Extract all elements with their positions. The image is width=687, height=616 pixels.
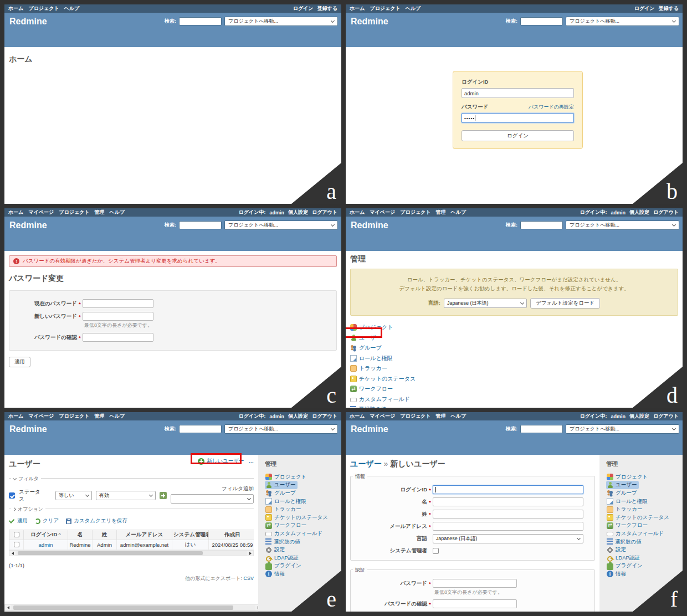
more-actions-button[interactable]: …	[249, 458, 254, 464]
save-query-link[interactable]: カスタムクエリを保存	[66, 517, 127, 525]
nav-admin[interactable]: 管理	[436, 413, 446, 420]
scrollbar-thumb[interactable]	[18, 551, 203, 555]
sidebar-item-ldap[interactable]: LDAP認証	[606, 554, 683, 562]
sidebar-item-issue-statuses[interactable]: チケットのステータス	[265, 514, 341, 522]
nav-help[interactable]: ヘルプ	[451, 209, 466, 216]
nav-home[interactable]: ホーム	[8, 413, 23, 420]
language-select[interactable]: Japanese (日本語)	[433, 534, 583, 543]
nav-logout[interactable]: ログアウト	[653, 209, 679, 216]
admin-link-label[interactable]: チケットのステータス	[359, 375, 416, 383]
apply-button[interactable]: 適用	[9, 357, 30, 367]
sidebar-item-issue-statuses[interactable]: チケットのステータス	[606, 514, 683, 522]
col-mail[interactable]: メールアドレス	[117, 530, 172, 540]
col-lastname[interactable]: 姓	[93, 530, 117, 540]
nav-admin[interactable]: 管理	[95, 209, 105, 216]
nav-my-page[interactable]: マイページ	[28, 413, 54, 420]
nav-logout[interactable]: ログアウト	[653, 413, 679, 420]
nav-my-page[interactable]: マイページ	[28, 209, 54, 216]
project-jump-select[interactable]: プロジェクトへ移動...	[566, 424, 679, 434]
admin-link-issue-statuses[interactable]: チケットのステータス	[350, 374, 678, 384]
nav-help[interactable]: ヘルプ	[110, 413, 125, 420]
page-horizontal-scrollbar[interactable]	[4, 604, 262, 611]
admin-link-label[interactable]: グループ	[359, 344, 382, 352]
nav-projects[interactable]: プロジェクト	[400, 209, 430, 216]
nav-my-account[interactable]: 個人設定	[288, 209, 308, 216]
sidebar-item-custom-fields[interactable]: カスタムフィールド	[265, 530, 341, 538]
user-login-link[interactable]: admin	[39, 542, 53, 548]
select-all-checkbox[interactable]	[14, 532, 19, 537]
current-user-link[interactable]: admin	[611, 210, 626, 215]
admin-link-label[interactable]: 選択肢の値	[358, 405, 386, 408]
search-input[interactable]	[520, 425, 563, 433]
login-button[interactable]: ログイン	[462, 130, 574, 141]
current-user-link[interactable]: admin	[269, 414, 284, 419]
scroll-left-arrow[interactable]	[9, 551, 16, 556]
sidebar-item-projects[interactable]: プロジェクト	[265, 473, 341, 481]
sidebar-item-plugins[interactable]: プラグイン	[265, 562, 341, 571]
sidebar-item-workflow[interactable]: ワークフロー	[265, 522, 341, 530]
nav-help[interactable]: ヘルプ	[406, 5, 421, 12]
nav-login[interactable]: ログイン	[634, 5, 655, 12]
sidebar-item-groups[interactable]: グループ	[606, 489, 683, 497]
admin-link-label[interactable]: トラッカー	[359, 365, 387, 372]
apply-link[interactable]: 適用	[9, 517, 28, 525]
nav-my-account[interactable]: 個人設定	[288, 413, 308, 420]
admin-link-label[interactable]: カスタムフィールド	[359, 396, 410, 403]
language-select[interactable]: Japanese (日本語)	[444, 299, 527, 308]
add-filter-select[interactable]	[171, 494, 254, 504]
project-jump-select[interactable]: プロジェクトへ移動...	[566, 17, 679, 26]
clear-link[interactable]: クリア	[35, 517, 59, 525]
nav-projects[interactable]: プロジェクト	[370, 5, 400, 12]
admin-link-custom-fields[interactable]: カスタムフィールド	[350, 394, 678, 405]
project-jump-select[interactable]: プロジェクトへ移動...	[566, 220, 679, 230]
admin-link-workflow[interactable]: ワークフロー	[350, 384, 678, 394]
col-login[interactable]: ログインID	[24, 530, 68, 540]
add-value-button[interactable]	[160, 492, 167, 499]
admin-link-label[interactable]: ロールと権限	[359, 355, 393, 362]
nav-login[interactable]: ログイン	[293, 5, 314, 12]
nav-home[interactable]: ホーム	[350, 209, 365, 216]
lastname-field[interactable]	[433, 510, 583, 519]
admin-link-projects[interactable]: プロジェクト	[350, 322, 678, 333]
confirm-password-field[interactable]	[433, 599, 517, 608]
row-checkbox[interactable]	[14, 542, 19, 547]
nav-home[interactable]: ホーム	[350, 413, 365, 420]
col-firstname[interactable]: 名	[68, 530, 93, 540]
nav-register[interactable]: 登録する	[659, 5, 679, 12]
breadcrumb-users-link[interactable]: ユーザー	[350, 459, 382, 468]
scroll-left-arrow[interactable]	[5, 605, 11, 610]
nav-projects[interactable]: プロジェクト	[400, 413, 430, 420]
admin-link-users[interactable]: ユーザー	[350, 333, 678, 343]
current-user-link[interactable]: admin	[611, 414, 626, 419]
sidebar-item-roles[interactable]: ロールと権限	[606, 497, 683, 506]
project-jump-select[interactable]: プロジェクトへ移動...	[224, 424, 338, 434]
nav-projects[interactable]: プロジェクト	[59, 209, 89, 216]
firstname-field[interactable]	[433, 497, 583, 506]
load-defaults-button[interactable]: デフォルト設定をロード	[530, 298, 600, 309]
export-csv-link[interactable]: CSV	[243, 576, 254, 581]
search-input[interactable]	[179, 17, 222, 25]
project-jump-select[interactable]: プロジェクトへ移動...	[224, 220, 338, 230]
nav-my-account[interactable]: 個人設定	[629, 413, 649, 420]
nav-home[interactable]: ホーム	[8, 5, 23, 12]
nav-my-account[interactable]: 個人設定	[629, 209, 649, 216]
admin-link-label[interactable]: ユーザー	[359, 334, 381, 342]
sidebar-item-groups[interactable]: グループ	[265, 489, 341, 497]
scrollbar-thumb[interactable]	[13, 605, 233, 610]
sidebar-item-settings[interactable]: 設定	[606, 546, 683, 554]
admin-checkbox[interactable]	[433, 548, 439, 554]
confirm-password-field[interactable]	[83, 333, 153, 342]
filter-value-select[interactable]: 有効	[96, 491, 156, 500]
sidebar-item-enumerations[interactable]: 選択肢の値	[606, 538, 683, 546]
sidebar-item-plugins[interactable]: プラグイン	[606, 562, 683, 571]
nav-admin[interactable]: 管理	[95, 413, 105, 420]
nav-admin[interactable]: 管理	[436, 209, 446, 216]
new-password-field[interactable]	[83, 312, 153, 321]
search-input[interactable]	[520, 221, 563, 229]
sidebar-item-enumerations[interactable]: 選択肢の値	[265, 538, 341, 546]
current-user-link[interactable]: admin	[269, 210, 284, 215]
login-field[interactable]	[433, 485, 583, 494]
options-legend[interactable]: オプション	[11, 506, 45, 513]
mail-field[interactable]	[433, 522, 583, 531]
nav-logout[interactable]: ログアウト	[312, 209, 337, 216]
